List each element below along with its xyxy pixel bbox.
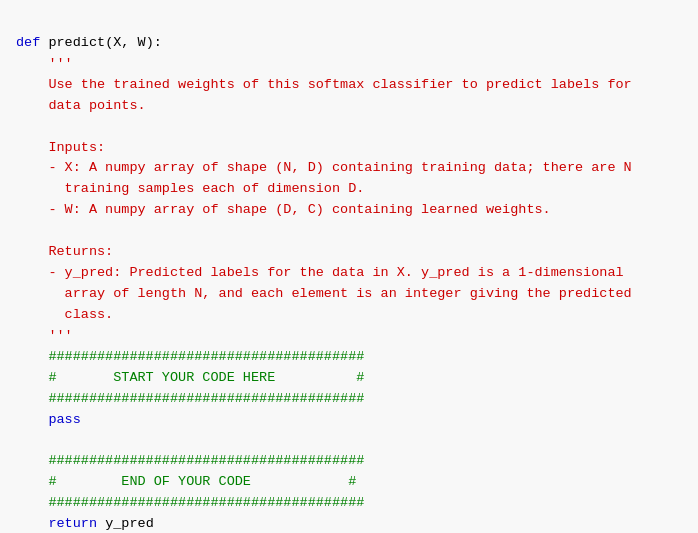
docstring-inputs-header: Inputs: xyxy=(16,140,105,155)
comment-end-hash-2: ####################################### xyxy=(16,495,364,510)
code-editor: def predict(X, W): ''' Use the trained w… xyxy=(16,12,682,533)
docstring-input-w: - W: A numpy array of shape (D, C) conta… xyxy=(16,202,551,217)
comment-start-hash: ####################################### xyxy=(16,349,364,364)
docstring-return-ypred: - y_pred: Predicted labels for the data … xyxy=(16,265,624,280)
return-var: y_pred xyxy=(105,516,154,531)
docstring-input-x: - X: A numpy array of shape (N, D) conta… xyxy=(16,160,632,175)
comment-end-hash: ####################################### xyxy=(16,453,364,468)
docstring-open: ''' xyxy=(16,56,73,71)
docstring-line-1: Use the trained weights of this softmax … xyxy=(16,77,632,92)
function-name: predict xyxy=(48,35,105,50)
punc: (X, W): xyxy=(105,35,162,50)
docstring-input-x-cont: training samples each of dimension D. xyxy=(16,181,364,196)
keyword-def: def xyxy=(16,35,48,50)
docstring-line-2: data points. xyxy=(16,98,146,113)
docstring-return-ypred-cont: array of length N, and each element is a… xyxy=(16,286,632,301)
keyword-pass: pass xyxy=(16,412,81,427)
docstring-return-class: class. xyxy=(16,307,113,322)
docstring-close: ''' xyxy=(16,328,73,343)
comment-start-text: # START YOUR CODE HERE # xyxy=(16,370,364,385)
comment-end-text: # END OF YOUR CODE # xyxy=(16,474,356,489)
comment-start-hash-2: ####################################### xyxy=(16,391,364,406)
keyword-return: return xyxy=(16,516,105,531)
docstring-returns-header: Returns: xyxy=(16,244,113,259)
